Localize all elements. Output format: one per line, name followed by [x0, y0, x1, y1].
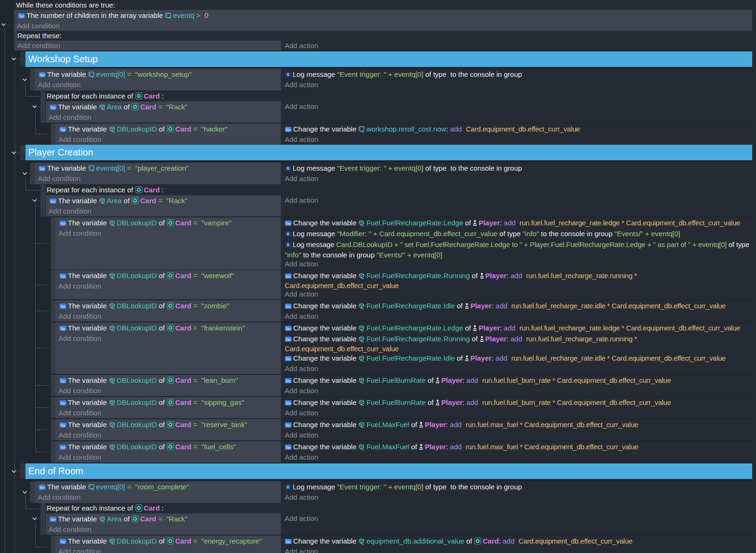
- svg-text:Var: Var: [286, 327, 291, 331]
- svg-text:Var: Var: [60, 446, 66, 450]
- svg-text:Var: Var: [60, 128, 66, 132]
- svg-text:Var: Var: [286, 446, 291, 450]
- svg-text:Var: Var: [60, 379, 66, 383]
- svg-text:Var: Var: [50, 199, 56, 204]
- svg-text:Var: Var: [40, 73, 45, 77]
- svg-text:Var: Var: [19, 14, 25, 18]
- svg-text:Var: Var: [286, 540, 291, 544]
- svg-text:Var: Var: [60, 222, 66, 226]
- svg-text:Var: Var: [286, 357, 291, 361]
- svg-text:Var: Var: [40, 167, 45, 171]
- svg-text:Var: Var: [286, 401, 291, 405]
- svg-text:Var: Var: [286, 128, 291, 132]
- svg-text:Var: Var: [60, 274, 66, 279]
- svg-text:Var: Var: [60, 423, 66, 428]
- svg-text:Var: Var: [50, 106, 56, 110]
- svg-text:Var: Var: [40, 486, 45, 490]
- svg-text:Var: Var: [286, 222, 291, 226]
- svg-text:Var: Var: [286, 305, 291, 309]
- svg-text:Var: Var: [286, 423, 291, 428]
- svg-text:Var: Var: [60, 305, 66, 309]
- svg-text:Var: Var: [286, 379, 291, 383]
- svg-text:Var: Var: [286, 274, 291, 279]
- svg-text:Var: Var: [60, 401, 66, 405]
- svg-text:Var: Var: [60, 540, 66, 544]
- svg-text:Var: Var: [286, 338, 291, 342]
- svg-text:Var: Var: [50, 518, 56, 522]
- svg-text:Var: Var: [60, 327, 66, 331]
